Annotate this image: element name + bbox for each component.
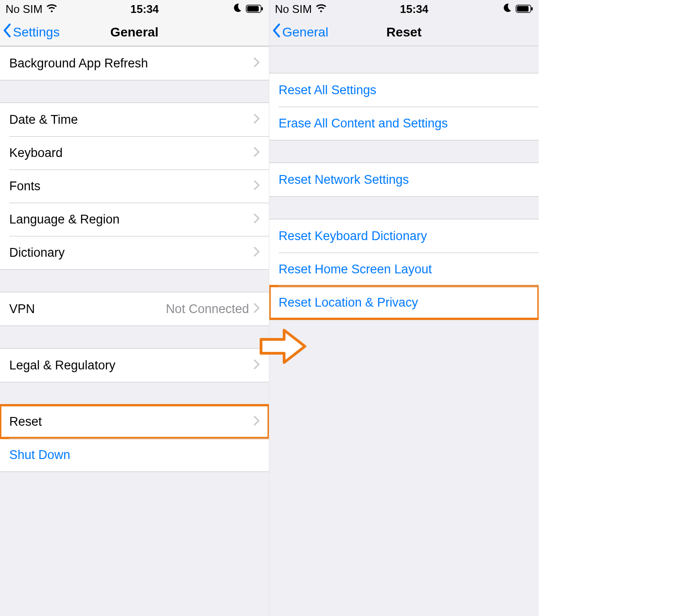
row-label: Reset <box>9 415 254 429</box>
clock: 15:34 <box>130 3 158 16</box>
row-label: Legal & Regulatory <box>9 358 254 373</box>
svg-rect-1 <box>247 6 259 12</box>
clock: 15:34 <box>400 3 428 16</box>
dnd-moon-icon <box>232 3 242 16</box>
back-label: General <box>282 25 328 40</box>
chevron-right-icon <box>254 302 260 316</box>
back-button[interactable]: General <box>269 24 328 41</box>
row-label: Reset Location & Privacy <box>279 296 529 310</box>
row-label: Background App Refresh <box>9 56 254 71</box>
chevron-right-icon <box>254 146 260 160</box>
row-label: Keyboard <box>9 146 254 160</box>
back-label: Settings <box>13 25 60 40</box>
status-bar: No SIM 15:34 <box>0 0 269 18</box>
chevron-right-icon <box>254 56 260 71</box>
battery-icon <box>516 3 533 16</box>
settings-list: Background App Refresh Date & Time Keybo… <box>0 46 269 472</box>
chevron-right-icon <box>254 113 260 127</box>
row-reset-home-screen-layout[interactable]: Reset Home Screen Layout <box>269 253 539 286</box>
row-reset-keyboard-dictionary[interactable]: Reset Keyboard Dictionary <box>269 219 539 253</box>
row-vpn[interactable]: VPN Not Connected <box>0 292 269 326</box>
row-label: Reset Home Screen Layout <box>279 262 529 277</box>
battery-icon <box>246 3 263 16</box>
carrier-text: No SIM <box>6 3 43 16</box>
gutter <box>539 0 693 616</box>
row-detail: Not Connected <box>166 302 249 316</box>
row-label: Date & Time <box>9 113 254 127</box>
row-label: Reset All Settings <box>279 83 529 97</box>
nav-bar: Settings General <box>0 18 269 46</box>
row-reset-all-settings[interactable]: Reset All Settings <box>269 73 539 107</box>
chevron-right-icon <box>254 246 260 260</box>
svg-rect-4 <box>517 6 529 12</box>
screen-general: No SIM 15:34 Settings <box>0 0 269 616</box>
row-legal-regulatory[interactable]: Legal & Regulatory <box>0 349 269 382</box>
row-erase-all-content[interactable]: Erase All Content and Settings <box>269 107 539 140</box>
row-reset[interactable]: Reset <box>0 405 269 438</box>
chevron-right-icon <box>254 212 260 227</box>
row-label: Shut Down <box>9 448 260 462</box>
row-shut-down[interactable]: Shut Down <box>0 438 269 471</box>
chevron-right-icon <box>254 358 260 373</box>
row-label: Reset Keyboard Dictionary <box>279 229 529 243</box>
back-button[interactable]: Settings <box>0 24 60 41</box>
row-language-region[interactable]: Language & Region <box>0 203 269 236</box>
row-keyboard[interactable]: Keyboard <box>0 136 269 169</box>
reset-list: Reset All Settings Erase All Content and… <box>269 46 539 320</box>
row-date-time[interactable]: Date & Time <box>0 103 269 136</box>
screen-reset: No SIM 15:34 General <box>269 0 539 616</box>
row-label: Fonts <box>9 179 254 193</box>
row-reset-network-settings[interactable]: Reset Network Settings <box>269 163 539 196</box>
svg-rect-2 <box>261 7 263 11</box>
dnd-moon-icon <box>502 3 512 16</box>
row-dictionary[interactable]: Dictionary <box>0 236 269 269</box>
row-reset-location-privacy[interactable]: Reset Location & Privacy <box>269 286 539 319</box>
chevron-right-icon <box>254 415 260 429</box>
wifi-icon <box>46 3 57 16</box>
status-bar: No SIM 15:34 <box>269 0 539 18</box>
nav-bar: General Reset <box>269 18 539 46</box>
svg-rect-5 <box>531 7 533 11</box>
row-label: VPN <box>9 302 166 316</box>
chevron-left-icon <box>272 24 280 41</box>
carrier-text: No SIM <box>275 3 312 16</box>
wifi-icon <box>316 3 327 16</box>
row-label: Reset Network Settings <box>279 173 529 187</box>
chevron-left-icon <box>3 24 11 41</box>
row-label: Dictionary <box>9 246 254 260</box>
row-label: Erase All Content and Settings <box>279 116 529 131</box>
row-fonts[interactable]: Fonts <box>0 169 269 203</box>
chevron-right-icon <box>254 179 260 193</box>
row-background-app-refresh[interactable]: Background App Refresh <box>0 47 269 80</box>
row-label: Language & Region <box>9 212 254 227</box>
